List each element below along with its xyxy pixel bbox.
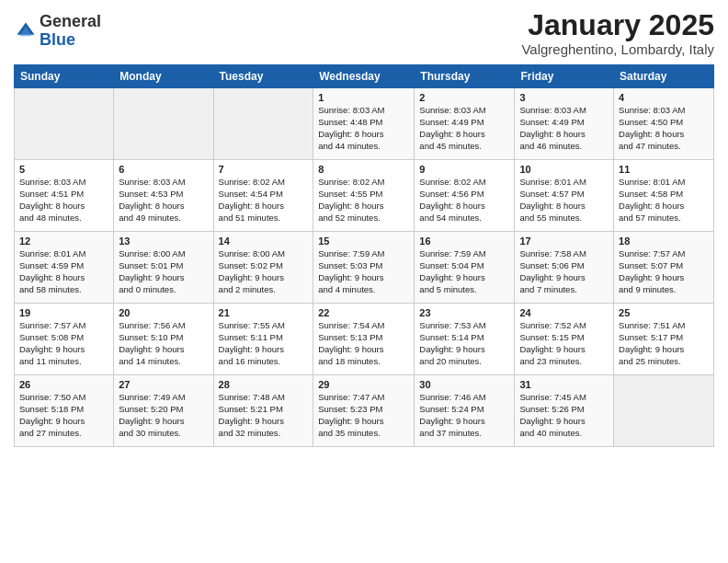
day-number: 18 bbox=[619, 236, 709, 247]
day-number: 2 bbox=[419, 92, 509, 103]
calendar-cell: 2Sunrise: 8:03 AM Sunset: 4:49 PM Daylig… bbox=[415, 88, 515, 160]
logo: General Blue bbox=[14, 13, 101, 50]
day-info: Sunrise: 8:00 AM Sunset: 5:01 PM Dayligh… bbox=[119, 248, 208, 295]
calendar-cell: 10Sunrise: 8:01 AM Sunset: 4:57 PM Dayli… bbox=[515, 160, 614, 232]
calendar-week-1: 1Sunrise: 8:03 AM Sunset: 4:48 PM Daylig… bbox=[15, 88, 714, 160]
calendar-cell bbox=[213, 88, 313, 160]
calendar-cell: 1Sunrise: 8:03 AM Sunset: 4:48 PM Daylig… bbox=[313, 88, 415, 160]
day-number: 24 bbox=[519, 307, 609, 318]
weekday-header-row: SundayMondayTuesdayWednesdayThursdayFrid… bbox=[15, 65, 714, 88]
logo-general-text: General bbox=[40, 12, 101, 30]
day-number: 8 bbox=[318, 164, 409, 175]
calendar-cell: 18Sunrise: 7:57 AM Sunset: 5:07 PM Dayli… bbox=[614, 232, 714, 304]
day-info: Sunrise: 8:03 AM Sunset: 4:48 PM Dayligh… bbox=[318, 105, 409, 152]
day-number: 9 bbox=[419, 164, 509, 175]
day-info: Sunrise: 8:03 AM Sunset: 4:49 PM Dayligh… bbox=[519, 105, 609, 152]
calendar-cell: 16Sunrise: 7:59 AM Sunset: 5:04 PM Dayli… bbox=[415, 232, 515, 304]
header: General Blue January 2025 Valgreghentino… bbox=[14, 9, 714, 57]
day-number: 19 bbox=[19, 307, 108, 318]
day-number: 12 bbox=[19, 236, 108, 247]
day-number: 15 bbox=[318, 236, 409, 247]
calendar-cell: 13Sunrise: 8:00 AM Sunset: 5:01 PM Dayli… bbox=[114, 232, 213, 304]
calendar-cell: 29Sunrise: 7:47 AM Sunset: 5:23 PM Dayli… bbox=[313, 375, 415, 447]
calendar-cell: 12Sunrise: 8:01 AM Sunset: 4:59 PM Dayli… bbox=[15, 232, 114, 304]
calendar-cell: 5Sunrise: 8:03 AM Sunset: 4:51 PM Daylig… bbox=[15, 160, 114, 232]
day-info: Sunrise: 8:01 AM Sunset: 4:57 PM Dayligh… bbox=[519, 177, 609, 224]
day-info: Sunrise: 8:02 AM Sunset: 4:54 PM Dayligh… bbox=[219, 177, 309, 224]
day-number: 25 bbox=[619, 307, 709, 318]
day-number: 1 bbox=[318, 92, 409, 103]
calendar-cell: 31Sunrise: 7:45 AM Sunset: 5:26 PM Dayli… bbox=[515, 375, 614, 447]
calendar-cell: 26Sunrise: 7:50 AM Sunset: 5:18 PM Dayli… bbox=[15, 375, 114, 447]
day-info: Sunrise: 8:03 AM Sunset: 4:50 PM Dayligh… bbox=[619, 105, 709, 152]
title-block: January 2025 Valgreghentino, Lombardy, I… bbox=[521, 9, 714, 57]
calendar-cell: 27Sunrise: 7:49 AM Sunset: 5:20 PM Dayli… bbox=[114, 375, 213, 447]
weekday-friday: Friday bbox=[515, 65, 614, 88]
day-number: 6 bbox=[119, 164, 208, 175]
logo-blue-text: Blue bbox=[40, 30, 75, 49]
calendar-cell: 3Sunrise: 8:03 AM Sunset: 4:49 PM Daylig… bbox=[515, 88, 614, 160]
logo-icon bbox=[16, 21, 36, 41]
day-info: Sunrise: 7:55 AM Sunset: 5:11 PM Dayligh… bbox=[219, 320, 309, 367]
day-info: Sunrise: 7:57 AM Sunset: 5:08 PM Dayligh… bbox=[19, 320, 108, 367]
day-number: 31 bbox=[519, 379, 609, 390]
day-number: 30 bbox=[419, 379, 509, 390]
day-number: 26 bbox=[19, 379, 108, 390]
weekday-monday: Monday bbox=[114, 65, 213, 88]
day-number: 7 bbox=[219, 164, 309, 175]
day-info: Sunrise: 8:03 AM Sunset: 4:51 PM Dayligh… bbox=[19, 177, 108, 224]
day-info: Sunrise: 8:03 AM Sunset: 4:49 PM Dayligh… bbox=[419, 105, 509, 152]
day-number: 22 bbox=[318, 307, 409, 318]
day-info: Sunrise: 7:53 AM Sunset: 5:14 PM Dayligh… bbox=[419, 320, 509, 367]
calendar-cell: 8Sunrise: 8:02 AM Sunset: 4:55 PM Daylig… bbox=[313, 160, 415, 232]
calendar-cell: 20Sunrise: 7:56 AM Sunset: 5:10 PM Dayli… bbox=[114, 304, 213, 375]
weekday-thursday: Thursday bbox=[415, 65, 515, 88]
location-title: Valgreghentino, Lombardy, Italy bbox=[521, 41, 714, 57]
calendar-cell bbox=[614, 375, 714, 447]
calendar-cell: 30Sunrise: 7:46 AM Sunset: 5:24 PM Dayli… bbox=[415, 375, 515, 447]
calendar-cell: 17Sunrise: 7:58 AM Sunset: 5:06 PM Dayli… bbox=[515, 232, 614, 304]
calendar-cell: 14Sunrise: 8:00 AM Sunset: 5:02 PM Dayli… bbox=[213, 232, 313, 304]
day-number: 13 bbox=[119, 236, 208, 247]
day-info: Sunrise: 7:58 AM Sunset: 5:06 PM Dayligh… bbox=[519, 248, 609, 295]
calendar-cell: 6Sunrise: 8:03 AM Sunset: 4:53 PM Daylig… bbox=[114, 160, 213, 232]
calendar-cell: 24Sunrise: 7:52 AM Sunset: 5:15 PM Dayli… bbox=[515, 304, 614, 375]
calendar-week-4: 19Sunrise: 7:57 AM Sunset: 5:08 PM Dayli… bbox=[15, 304, 714, 375]
calendar-week-5: 26Sunrise: 7:50 AM Sunset: 5:18 PM Dayli… bbox=[15, 375, 714, 447]
day-info: Sunrise: 8:02 AM Sunset: 4:55 PM Dayligh… bbox=[318, 177, 409, 224]
day-number: 14 bbox=[219, 236, 309, 247]
calendar: SundayMondayTuesdayWednesdayThursdayFrid… bbox=[14, 64, 714, 447]
calendar-week-2: 5Sunrise: 8:03 AM Sunset: 4:51 PM Daylig… bbox=[15, 160, 714, 232]
calendar-cell: 28Sunrise: 7:48 AM Sunset: 5:21 PM Dayli… bbox=[213, 375, 313, 447]
day-info: Sunrise: 7:50 AM Sunset: 5:18 PM Dayligh… bbox=[19, 392, 108, 439]
day-info: Sunrise: 7:46 AM Sunset: 5:24 PM Dayligh… bbox=[419, 392, 509, 439]
day-number: 28 bbox=[219, 379, 309, 390]
day-number: 27 bbox=[119, 379, 208, 390]
day-info: Sunrise: 7:48 AM Sunset: 5:21 PM Dayligh… bbox=[219, 392, 309, 439]
day-info: Sunrise: 8:01 AM Sunset: 4:59 PM Dayligh… bbox=[19, 248, 108, 295]
day-number: 11 bbox=[619, 164, 709, 175]
day-info: Sunrise: 7:57 AM Sunset: 5:07 PM Dayligh… bbox=[619, 248, 709, 295]
month-title: January 2025 bbox=[521, 9, 714, 41]
day-number: 29 bbox=[318, 379, 409, 390]
day-info: Sunrise: 8:03 AM Sunset: 4:53 PM Dayligh… bbox=[119, 177, 208, 224]
day-number: 5 bbox=[19, 164, 108, 175]
calendar-cell bbox=[15, 88, 114, 160]
day-number: 4 bbox=[619, 92, 709, 103]
day-info: Sunrise: 7:49 AM Sunset: 5:20 PM Dayligh… bbox=[119, 392, 208, 439]
day-number: 3 bbox=[519, 92, 609, 103]
calendar-cell: 7Sunrise: 8:02 AM Sunset: 4:54 PM Daylig… bbox=[213, 160, 313, 232]
calendar-week-3: 12Sunrise: 8:01 AM Sunset: 4:59 PM Dayli… bbox=[15, 232, 714, 304]
day-info: Sunrise: 8:00 AM Sunset: 5:02 PM Dayligh… bbox=[219, 248, 309, 295]
day-info: Sunrise: 7:51 AM Sunset: 5:17 PM Dayligh… bbox=[619, 320, 709, 367]
day-info: Sunrise: 7:54 AM Sunset: 5:13 PM Dayligh… bbox=[318, 320, 409, 367]
calendar-cell bbox=[114, 88, 213, 160]
day-number: 16 bbox=[419, 236, 509, 247]
day-number: 21 bbox=[219, 307, 309, 318]
calendar-cell: 21Sunrise: 7:55 AM Sunset: 5:11 PM Dayli… bbox=[213, 304, 313, 375]
day-info: Sunrise: 8:01 AM Sunset: 4:58 PM Dayligh… bbox=[619, 177, 709, 224]
day-info: Sunrise: 8:02 AM Sunset: 4:56 PM Dayligh… bbox=[419, 177, 509, 224]
day-info: Sunrise: 7:59 AM Sunset: 5:04 PM Dayligh… bbox=[419, 248, 509, 295]
day-number: 20 bbox=[119, 307, 208, 318]
calendar-cell: 23Sunrise: 7:53 AM Sunset: 5:14 PM Dayli… bbox=[415, 304, 515, 375]
